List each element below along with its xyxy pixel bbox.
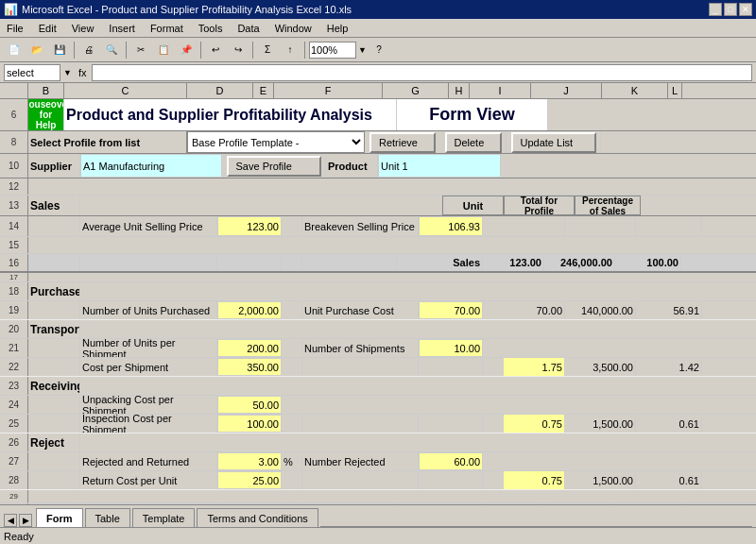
initial-unit-val: 73.25 [483,503,544,504]
menu-file[interactable]: File [4,22,26,35]
profile-dropdown[interactable]: Base Profile Template - [188,132,364,152]
unpacking-value[interactable]: 50.00 [217,396,282,414]
initial-pct-val: 59.55 [615,503,681,504]
zoom-dropdown-icon[interactable]: ▼ [358,45,367,55]
redo-button[interactable]: ↪ [228,40,249,60]
cut-button[interactable]: ✂ [130,40,151,60]
inspection-label: Inspection Cost per Shipment [80,415,217,433]
save-profile-button[interactable]: Save Profile [227,156,321,177]
col-header-E[interactable]: E [253,83,274,98]
unit-cost-value[interactable]: 70.00 [419,301,483,319]
row-17: 17 [0,273,756,282]
row-col-corner [0,83,28,98]
avg-value-cell[interactable]: 123.00 [217,216,282,236]
form-view-text: Form View [429,105,515,125]
row-13: 13 Sales Unit Total for Profile Percenta… [0,196,756,216]
row-24: 24 Unpacking Cost per Shipment 50.00 [0,396,756,415]
tab-scroll-right[interactable]: ▶ [19,514,32,527]
row-28: 28 Return Cost per Unit 25.00 0.75 1,500… [0,471,756,490]
row-30: 30 Initial Costs 73.25 146,500.00 59.55 [0,503,756,504]
rejected-returned-value[interactable]: 3.00 [217,452,282,470]
col-header-J[interactable]: J [531,83,602,98]
col-header-K[interactable]: K [602,83,668,98]
col-header-B[interactable]: B [28,83,64,98]
purchase-unit-val: 70.00 [504,301,565,319]
new-button[interactable]: 📄 [4,40,25,60]
tab-terms[interactable]: Terms and Conditions [197,508,318,527]
row-19: 19 Number of Units Purchased 2,000.00 Un… [0,301,756,320]
sum-button[interactable]: Σ [257,40,278,60]
retrieve-button[interactable]: Retrieve [369,132,436,153]
inspection-value[interactable]: 100.00 [217,415,282,433]
close-button[interactable]: ✕ [739,3,752,16]
supplier-value-cell[interactable]: A1 Manufacturing [80,154,222,178]
sort-asc-button[interactable]: ↑ [280,40,301,60]
transport-unit-val: 1.75 [504,358,565,376]
col-header-H[interactable]: H [449,83,470,98]
menu-format[interactable]: Format [147,22,186,35]
menu-tools[interactable]: Tools [196,22,226,35]
menu-edit[interactable]: Edit [36,22,60,35]
row-23: 23 Receiving [0,377,756,396]
unit-cost-label: Unit Purchase Cost [302,301,419,319]
sheet-body: 6 Mouseover for Help Product and Supplie… [0,99,756,504]
row-22: 22 Cost per Shipment 350.00 1.75 3,500.0… [0,358,756,377]
print-preview-button[interactable]: 🔍 [101,40,122,60]
delete-button[interactable]: Delete [445,132,502,153]
breakeven-value-cell[interactable]: 106.93 [419,216,483,236]
copy-button[interactable]: 📋 [153,40,174,60]
open-button[interactable]: 📂 [26,40,47,60]
formula-input[interactable] [92,64,752,81]
col-header-C[interactable]: C [64,83,187,98]
paste-button[interactable]: 📌 [176,40,197,60]
profile-dropdown-cell[interactable]: Base Profile Template - [187,131,365,153]
cost-per-ship-value[interactable]: 350.00 [217,358,282,376]
row-6: 6 Mouseover for Help Product and Supplie… [0,99,756,131]
menu-data[interactable]: Data [234,22,262,35]
sales-pct-val: 100.00 [615,254,681,271]
menu-view[interactable]: View [69,22,97,35]
col-header-I[interactable]: I [470,83,531,98]
sales-unit-val: 123.00 [483,254,544,271]
tab-table[interactable]: Table [85,508,130,527]
units-purchased-value[interactable]: 2,000.00 [217,301,282,319]
toolbar-sep1 [74,42,75,59]
unpacking-label: Unpacking Cost per Shipment [80,396,217,414]
units-per-ship-label: Number of Units per Shipment [80,339,217,357]
name-box[interactable] [4,64,60,81]
tab-form[interactable]: Form [36,508,83,527]
return-cost-value[interactable]: 25.00 [217,471,282,489]
mouseover-line2: for Help [30,110,61,130]
undo-button[interactable]: ↩ [205,40,226,60]
tab-scroll-left[interactable]: ◀ [4,514,17,527]
col-header-F[interactable]: F [274,83,383,98]
num-rejected-value[interactable]: 60.00 [419,452,483,470]
product-label-cell: Product [326,154,378,178]
row-10: 10 Supplier A1 Manufacturing Save Profil… [0,154,756,178]
receiving-total-val: 1,500.00 [565,415,636,433]
row-12: 12 [0,178,756,196]
mouseover-cell: Mouseover for Help [28,99,64,130]
col-header-D[interactable]: D [187,83,253,98]
main-title-cell: Product and Supplier Profitability Analy… [64,99,397,130]
help-button[interactable]: ? [369,40,389,60]
menu-window[interactable]: Window [272,22,315,35]
num-shipments-value[interactable]: 10.00 [419,339,483,357]
menu-insert[interactable]: Insert [106,22,138,35]
reject-total-val: 1,500.00 [565,471,636,489]
save-profile-btn-cell: Save Profile [222,154,326,178]
save-button[interactable]: 💾 [49,40,70,60]
zoom-input[interactable] [309,42,356,59]
product-value-cell[interactable]: Unit 1 [378,154,501,178]
row-18: 18 Purchase [0,282,756,301]
row-29: 29 [0,490,756,503]
print-button[interactable]: 🖨 [78,40,99,60]
col-header-G[interactable]: G [383,83,449,98]
col-header-L[interactable]: L [668,83,682,98]
minimize-button[interactable]: _ [709,3,722,16]
maximize-button[interactable]: □ [724,3,737,16]
menu-help[interactable]: Help [324,22,352,35]
update-list-button[interactable]: Update List [511,132,596,153]
units-per-ship-value[interactable]: 200.00 [217,339,282,357]
tab-template[interactable]: Template [132,508,196,527]
